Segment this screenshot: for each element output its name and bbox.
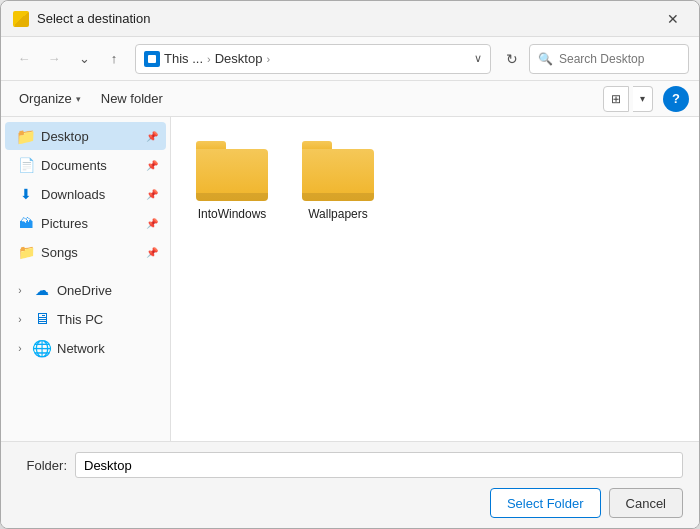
pictures-pin-icon: 📌 [146,218,158,229]
address-chevron[interactable]: ∨ [474,52,482,65]
sidebar-item-pictures[interactable]: 🏔 Pictures 📌 [5,209,166,237]
network-icon: 🌐 [33,339,51,357]
view-mode-button[interactable]: ⊞ [603,86,629,112]
sidebar-item-desktop[interactable]: 📁 Desktop 📌 [5,122,166,150]
documents-icon: 📄 [17,156,35,174]
address-sep-2: › [266,53,270,65]
organize-chevron: ▾ [76,94,81,104]
button-row: Select Folder Cancel [17,488,683,518]
search-icon: 🔍 [538,52,553,66]
file-area: IntoWindows Wallpapers [171,117,699,441]
downloads-icon: ⬇ [17,185,35,203]
folder-item-intowindows[interactable]: IntoWindows [187,133,277,229]
new-folder-button[interactable]: New folder [93,86,171,112]
folder-item-wallpapers[interactable]: Wallpapers [293,133,383,229]
sidebar-label-network: Network [57,341,158,356]
documents-pin-icon: 📌 [146,160,158,171]
folder-body [196,149,268,201]
title-bar-icon [13,11,29,27]
help-button[interactable]: ? [663,86,689,112]
folder-row: Folder: [17,452,683,478]
back-button[interactable]: ← [11,46,37,72]
organize-label: Organize [19,91,72,106]
sidebar-label-downloads: Downloads [41,187,140,202]
folder-thumb-wallpapers [302,141,374,201]
select-folder-button[interactable]: Select Folder [490,488,601,518]
sidebar-item-network[interactable]: › 🌐 Network [5,334,166,362]
folder-name-wallpapers: Wallpapers [308,207,368,221]
sidebar-item-songs[interactable]: 📁 Songs 📌 [5,238,166,266]
bottom-bar: Folder: Select Folder Cancel [1,441,699,528]
sidebar-item-documents[interactable]: 📄 Documents 📌 [5,151,166,179]
folder-body-2 [302,149,374,201]
sidebar-item-onedrive[interactable]: › ☁ OneDrive [5,276,166,304]
close-button[interactable]: ✕ [659,5,687,33]
organize-button[interactable]: Organize ▾ [11,86,89,112]
network-expand-icon: › [13,341,27,355]
desktop-folder-icon: 📁 [17,127,35,145]
thispc-expand-icon: › [13,312,27,326]
recent-locations-button[interactable]: ⌄ [71,46,97,72]
onedrive-icon: ☁ [33,281,51,299]
sidebar-label-desktop: Desktop [41,129,140,144]
dialog-window: Select a destination ✕ ← → ⌄ ↑ This ... … [0,0,700,529]
folder-label: Folder: [17,458,67,473]
nav-bar: ← → ⌄ ↑ This ... › Desktop › ∨ ↻ 🔍 [1,37,699,81]
address-bar[interactable]: This ... › Desktop › ∨ [135,44,491,74]
onedrive-expand-icon: › [13,283,27,297]
folder-input[interactable] [75,452,683,478]
content-area: 📁 Desktop 📌 📄 Documents 📌 ⬇ Downloads 📌 … [1,117,699,441]
desktop-pin-icon: 📌 [146,131,158,142]
songs-icon: 📁 [17,243,35,261]
address-part-2: Desktop [215,51,263,66]
refresh-button[interactable]: ↻ [499,46,525,72]
title-bar-text: Select a destination [37,11,659,26]
songs-pin-icon: 📌 [146,247,158,258]
sidebar-label-onedrive: OneDrive [57,283,158,298]
thispc-icon: 🖥 [33,310,51,328]
sidebar-item-thispc[interactable]: › 🖥 This PC [5,305,166,333]
sidebar-label-thispc: This PC [57,312,158,327]
pictures-icon: 🏔 [17,214,35,232]
address-part-1: This ... [164,51,203,66]
view-mode-chevron[interactable]: ▾ [633,86,653,112]
toolbar: Organize ▾ New folder ⊞ ▾ ? [1,81,699,117]
folder-name-intowindows: IntoWindows [198,207,267,221]
search-box[interactable]: 🔍 [529,44,689,74]
sidebar-item-downloads[interactable]: ⬇ Downloads 📌 [5,180,166,208]
up-button[interactable]: ↑ [101,46,127,72]
sidebar-label-pictures: Pictures [41,216,140,231]
sidebar-label-songs: Songs [41,245,140,260]
title-bar: Select a destination ✕ [1,1,699,37]
sidebar-label-documents: Documents [41,158,140,173]
folder-thumb-intowindows [196,141,268,201]
address-folder-icon [144,51,160,67]
sidebar: 📁 Desktop 📌 📄 Documents 📌 ⬇ Downloads 📌 … [1,117,171,441]
forward-button[interactable]: → [41,46,67,72]
search-input[interactable] [559,52,680,66]
downloads-pin-icon: 📌 [146,189,158,200]
quick-access-section: 📁 Desktop 📌 📄 Documents 📌 ⬇ Downloads 📌 … [1,122,170,266]
cancel-button[interactable]: Cancel [609,488,683,518]
address-sep-1: › [207,53,211,65]
